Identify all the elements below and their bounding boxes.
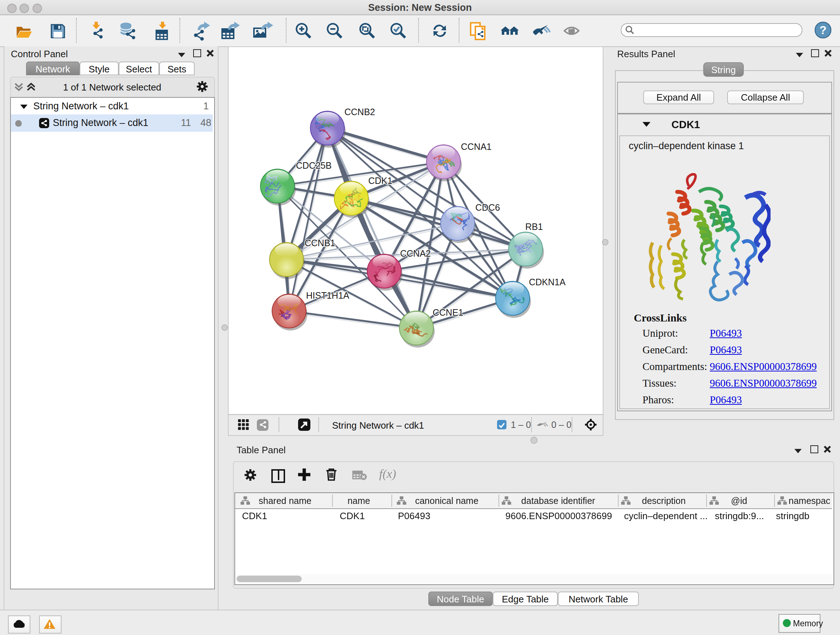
svg-text:CDK1: CDK1	[368, 176, 393, 186]
svg-text:CCNA2: CCNA2	[400, 249, 431, 258]
svg-text:CCNA1: CCNA1	[461, 141, 492, 152]
svg-text:CCNB1: CCNB1	[305, 238, 335, 248]
svg-text:CDC6: CDC6	[475, 203, 500, 212]
svg-text:CDKN1A: CDKN1A	[529, 277, 566, 287]
svg-text:CCNE1: CCNE1	[433, 307, 463, 318]
svg-text:CCNB2: CCNB2	[344, 107, 375, 117]
svg-text:CDC25B: CDC25B	[296, 160, 332, 171]
svg-text:RB1: RB1	[525, 222, 543, 232]
svg-text:?: ?	[819, 24, 827, 36]
svg-text:HIST1H1A: HIST1H1A	[306, 290, 349, 301]
